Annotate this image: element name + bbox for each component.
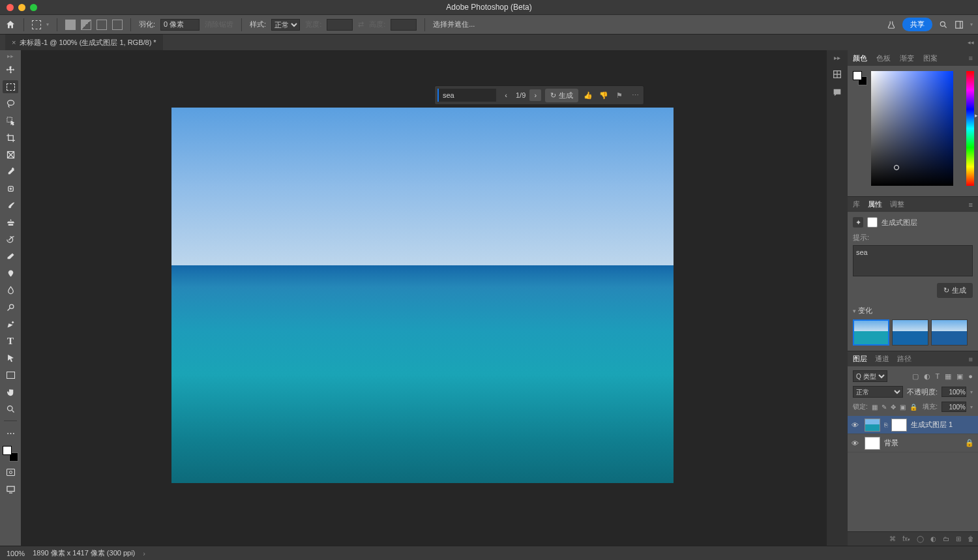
properties-generate-button[interactable]: ↻生成 <box>937 283 973 298</box>
panel-flap-icon[interactable]: ◂◂ <box>968 39 974 46</box>
tab-paths[interactable]: 路径 <box>897 354 911 364</box>
feather-input[interactable] <box>160 19 200 31</box>
layer-row[interactable]: 👁 ⎘ 生成式图层 1 <box>848 416 978 434</box>
variation-thumb-2[interactable] <box>892 319 928 346</box>
panel-collapse-icon[interactable]: ▸▸ <box>834 54 840 61</box>
object-select-tool-icon[interactable] <box>3 114 18 127</box>
share-button[interactable]: 共享 <box>902 18 932 31</box>
quick-mask-icon[interactable] <box>3 465 18 479</box>
add-mask-icon[interactable]: ◯ <box>917 535 924 542</box>
rectangle-tool-icon[interactable] <box>3 368 18 381</box>
visibility-icon[interactable]: 👁 <box>852 439 861 447</box>
link-icon[interactable]: ⎘ <box>884 422 887 428</box>
dodge-tool-icon[interactable] <box>3 301 18 314</box>
filter-toggle-icon[interactable]: ● <box>968 372 973 381</box>
search-icon[interactable] <box>939 20 948 29</box>
path-select-tool-icon[interactable] <box>3 351 18 364</box>
delete-layer-icon[interactable]: 🗑 <box>968 535 974 542</box>
prompt-textarea[interactable]: sea <box>853 245 973 276</box>
home-icon[interactable] <box>5 20 16 30</box>
more-icon[interactable]: ⋯ <box>629 89 641 101</box>
history-brush-tool-icon[interactable] <box>3 233 18 246</box>
lock-all-icon[interactable]: 🔒 <box>910 404 917 411</box>
doc-dimensions[interactable]: 1890 像素 x 1417 像素 (300 ppi) <box>33 548 135 558</box>
panel-icon-1[interactable] <box>832 69 842 80</box>
tab-properties[interactable]: 属性 <box>868 199 882 209</box>
clone-stamp-tool-icon[interactable] <box>3 216 18 229</box>
edit-toolbar-icon[interactable]: ⋯ <box>3 426 18 439</box>
filter-image-icon[interactable]: ▢ <box>912 372 919 381</box>
select-and-mask-button[interactable]: 选择并遮住... <box>433 20 475 29</box>
zoom-tool-icon[interactable] <box>3 402 18 415</box>
tab-swatches[interactable]: 色板 <box>876 53 891 63</box>
lock-brush-icon[interactable]: ✎ <box>882 404 887 411</box>
blur-tool-icon[interactable] <box>3 284 18 297</box>
layer-thumb[interactable] <box>865 419 880 432</box>
tab-channels[interactable]: 通道 <box>875 354 889 364</box>
lock-icon[interactable]: 🔒 <box>965 439 974 447</box>
color-field[interactable] <box>871 71 953 186</box>
layer-filter-select[interactable]: Q 类型 <box>853 370 887 382</box>
toolbar-flap-icon[interactable]: ▸▸ <box>7 53 14 59</box>
group-icon[interactable]: 🗀 <box>943 535 949 542</box>
minimize-window-icon[interactable] <box>18 4 25 11</box>
new-layer-icon[interactable]: ⊞ <box>956 535 961 542</box>
lasso-tool-icon[interactable] <box>3 97 18 110</box>
screen-mode-icon[interactable] <box>3 482 18 495</box>
workspace-icon[interactable] <box>955 20 964 29</box>
layer-name[interactable]: 生成式图层 1 <box>911 420 953 430</box>
marquee-tool-icon[interactable] <box>3 80 18 93</box>
layer-row[interactable]: 👁 背景 🔒 <box>848 434 978 452</box>
hand-tool-icon[interactable] <box>3 385 18 398</box>
blend-mode-select[interactable]: 正常 <box>853 386 903 398</box>
gen-next-icon[interactable]: › <box>529 89 541 101</box>
filter-adjust-icon[interactable]: ◐ <box>924 372 930 381</box>
lock-pixels-icon[interactable]: ▦ <box>872 404 878 411</box>
tab-patterns[interactable]: 图案 <box>923 53 938 63</box>
type-tool-icon[interactable]: T <box>3 334 18 347</box>
close-window-icon[interactable] <box>7 4 14 11</box>
gen-generate-button[interactable]: ↻生成 <box>545 89 578 102</box>
canvas-area[interactable]: ‹ 1/9 › ↻生成 👍 👎 ⚑ ⋯ <box>21 50 827 546</box>
visibility-icon[interactable]: 👁 <box>852 421 861 429</box>
fill-input[interactable] <box>941 402 966 412</box>
frame-tool-icon[interactable] <box>3 148 18 161</box>
close-tab-icon[interactable]: × <box>12 38 16 46</box>
gen-prompt-input[interactable] <box>437 89 496 102</box>
eyedropper-tool-icon[interactable] <box>3 165 18 178</box>
crop-tool-icon[interactable] <box>3 131 18 144</box>
fx-icon[interactable]: fx▾ <box>902 535 910 542</box>
link-layers-icon[interactable]: ⌘ <box>889 535 896 542</box>
filter-smart-icon[interactable]: ▣ <box>956 372 963 381</box>
variation-thumb-3[interactable] <box>931 319 968 346</box>
filter-shape-icon[interactable]: ▦ <box>945 372 951 381</box>
zoom-level[interactable]: 100% <box>7 550 25 557</box>
lock-position-icon[interactable]: ✥ <box>891 404 896 411</box>
adjustment-layer-icon[interactable]: ◐ <box>930 535 936 542</box>
layer-thumb[interactable] <box>865 437 880 450</box>
style-select[interactable]: 正常 <box>271 19 300 31</box>
beaker-icon[interactable] <box>887 20 896 29</box>
lock-artboard-icon[interactable]: ▣ <box>900 404 906 411</box>
gradient-tool-icon[interactable] <box>3 267 18 280</box>
tab-gradients[interactable]: 渐变 <box>900 53 914 63</box>
pen-tool-icon[interactable] <box>3 317 18 331</box>
workspace-menu-icon[interactable]: ▾ <box>970 22 973 27</box>
comments-icon[interactable] <box>832 87 842 98</box>
panel-menu-icon[interactable]: ≡ <box>969 54 973 62</box>
flag-icon[interactable]: ⚑ <box>614 89 625 101</box>
variation-thumb-1[interactable] <box>853 319 889 346</box>
tab-libraries[interactable]: 库 <box>853 199 860 209</box>
intersect-selection-icon[interactable] <box>112 20 123 30</box>
healing-brush-tool-icon[interactable] <box>3 182 18 195</box>
variations-header[interactable]: 变化 <box>853 298 973 316</box>
document-tab[interactable]: × 未标题-1 @ 100% (生成式图层 1, RGB/8) * <box>5 35 163 50</box>
status-menu-icon[interactable]: › <box>143 550 145 557</box>
zoom-window-icon[interactable] <box>30 4 37 11</box>
eraser-tool-icon[interactable] <box>3 250 18 263</box>
add-selection-icon[interactable] <box>81 20 91 30</box>
gen-prev-icon[interactable]: ‹ <box>500 89 512 101</box>
subtract-selection-icon[interactable] <box>96 20 107 30</box>
filter-type-icon[interactable]: T <box>936 372 940 381</box>
panel-menu-icon[interactable]: ≡ <box>969 355 973 363</box>
